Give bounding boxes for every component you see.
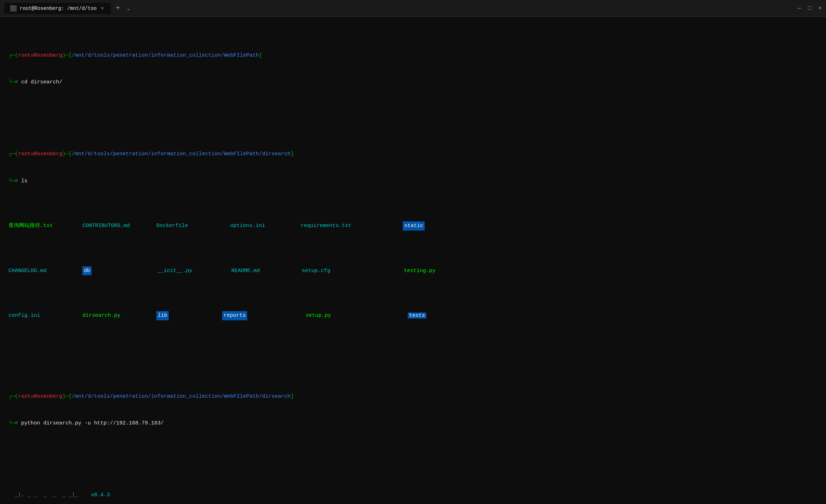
ls-row-3: config.inidirsearch.pylibreportssetup.py… bbox=[8, 311, 818, 320]
blank-1 bbox=[8, 105, 818, 114]
command-1: └─# cd dirsearch/ bbox=[8, 78, 818, 87]
maximize-button[interactable]: □ bbox=[808, 5, 812, 12]
prompt-line-2: ┌─(root☠Rosenberg)─[/mnt/d/tools/penetra… bbox=[8, 150, 818, 159]
tab-close-button[interactable]: × bbox=[99, 5, 105, 12]
tab-area: ⬛ root@Rosenberg: /mnt/d/too × + ⌄ bbox=[4, 3, 795, 14]
close-window-button[interactable]: × bbox=[818, 5, 822, 12]
prompt-line-3: ┌─(root☠Rosenberg)─[/mnt/d/tools/penetra… bbox=[8, 392, 818, 401]
command-3: └─# python dirsearch.py -u http://192.16… bbox=[8, 419, 818, 428]
minimize-button[interactable]: — bbox=[797, 5, 801, 12]
active-tab[interactable]: ⬛ root@Rosenberg: /mnt/d/too × bbox=[4, 3, 111, 14]
prompt-line-1: ┌─(root☠Rosenberg)─[/mnt/d/tools/penetra… bbox=[8, 51, 818, 60]
command-2: └─# ls bbox=[8, 177, 818, 186]
ls-row-1: 查询网站路径.txtCONTRIBUTORS.mdDockerfileoptio… bbox=[8, 221, 818, 231]
terminal-output: ┌─(root☠Rosenberg)─[/mnt/d/tools/penetra… bbox=[0, 17, 826, 504]
window-controls: — □ × bbox=[797, 5, 822, 12]
tab-dropdown-button[interactable]: ⌄ bbox=[125, 5, 132, 12]
new-tab-button[interactable]: + bbox=[113, 4, 123, 13]
ls-row-2: CHANGELOG.mddb__init__.pyREADME.mdsetup.… bbox=[8, 266, 818, 276]
titlebar: ⬛ root@Rosenberg: /mnt/d/too × + ⌄ — □ × bbox=[0, 0, 826, 17]
blank-2 bbox=[8, 347, 818, 356]
logo-line-1: _|. _ _ _ _ _ _|_ v0.4.3 bbox=[8, 491, 818, 500]
tab-label: root@Rosenberg: /mnt/d/too bbox=[20, 6, 96, 11]
blank-3 bbox=[8, 446, 818, 455]
terminal-icon: ⬛ bbox=[10, 5, 17, 12]
